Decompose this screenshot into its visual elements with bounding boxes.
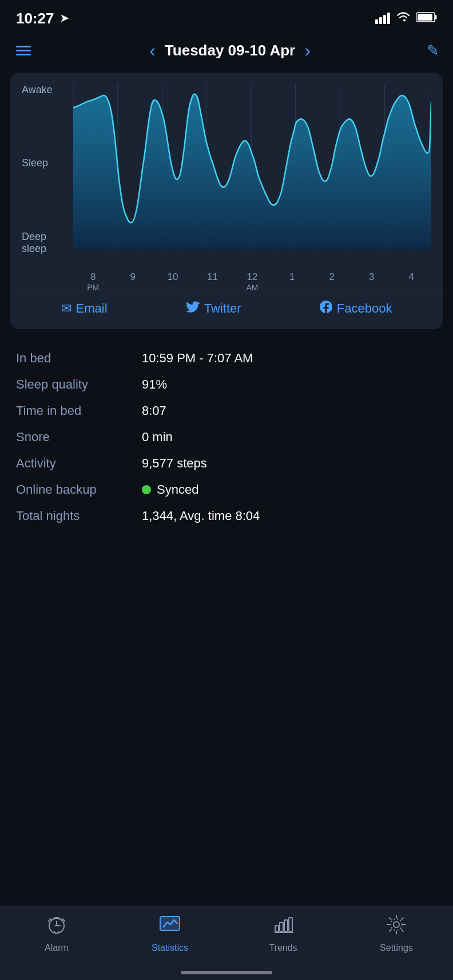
forward-button[interactable]: › — [304, 40, 311, 61]
x-label-11: 11 — [193, 271, 233, 292]
stat-label-quality: Sleep quality — [16, 377, 142, 392]
menu-button[interactable] — [14, 43, 33, 58]
tab-trends[interactable]: Trends — [227, 914, 340, 953]
nav-header: ‹ Tuesday 09-10 Apr › ✎ — [0, 34, 453, 73]
settings-icon — [386, 914, 407, 939]
x-label-2: 2 — [312, 271, 352, 292]
wifi-icon — [396, 11, 411, 26]
share-email-button[interactable]: ✉ Email — [61, 301, 108, 316]
stat-value-snore: 0 min — [142, 430, 173, 445]
page-title: Tuesday 09-10 Apr — [165, 42, 295, 59]
x-label-1: 1 — [272, 271, 312, 292]
twitter-icon — [186, 301, 200, 316]
statistics-icon — [159, 914, 181, 939]
stat-label-backup: Online backup — [16, 482, 142, 497]
stat-value-activity: 9,577 steps — [142, 456, 207, 471]
chart-area: Awake Sleep Deepsleep — [10, 73, 443, 290]
stat-row-inbed: In bed 10:59 PM - 7:07 AM — [16, 345, 437, 371]
svg-point-22 — [394, 922, 399, 927]
battery-icon — [416, 12, 437, 25]
status-bar: 10:27 ➤ — [0, 0, 453, 34]
trends-icon — [273, 914, 293, 939]
svg-rect-2 — [418, 14, 432, 21]
sleep-chart-card: Awake Sleep Deepsleep — [10, 73, 443, 329]
tab-statistics-label: Statistics — [152, 943, 188, 953]
stat-row-backup: Online backup Synced — [16, 477, 437, 503]
twitter-label: Twitter — [204, 301, 241, 316]
share-facebook-button[interactable]: Facebook — [320, 301, 392, 317]
stat-value-timeinbed: 8:07 — [142, 403, 166, 418]
y-label-deep-sleep: Deepsleep — [22, 231, 53, 255]
stat-label-totalnights: Total nights — [16, 509, 142, 523]
stat-label-timeinbed: Time in bed — [16, 403, 142, 418]
stat-value-inbed: 10:59 PM - 7:07 AM — [142, 351, 253, 366]
stat-value-backup: Synced — [142, 482, 198, 497]
y-label-awake: Awake — [22, 84, 53, 96]
stat-row-totalnights: Total nights 1,344, Avg. time 8:04 — [16, 503, 437, 529]
email-label: Email — [76, 301, 108, 316]
svg-rect-20 — [289, 918, 292, 931]
x-label-9: 9 — [113, 271, 153, 292]
signal-icon — [375, 13, 390, 24]
facebook-icon — [320, 301, 332, 317]
stat-row-timeinbed: Time in bed 8:07 — [16, 398, 437, 424]
svg-rect-1 — [435, 15, 437, 19]
status-icons — [375, 11, 437, 26]
tab-alarm[interactable]: Alarm — [0, 914, 113, 953]
tab-settings-label: Settings — [380, 943, 413, 953]
svg-point-23 — [391, 919, 402, 930]
facebook-label: Facebook — [337, 301, 392, 316]
tab-bar: Alarm Statistics Trends — [0, 906, 453, 980]
stat-label-inbed: In bed — [16, 351, 142, 366]
x-label-4: 4 — [392, 271, 432, 292]
home-indicator — [181, 971, 272, 974]
stat-row-snore: Snore 0 min — [16, 424, 437, 450]
tab-settings[interactable]: Settings — [340, 914, 453, 953]
tab-statistics[interactable]: Statistics — [113, 914, 227, 953]
stat-row-activity: Activity 9,577 steps — [16, 450, 437, 477]
svg-rect-18 — [280, 922, 283, 931]
email-icon: ✉ — [61, 301, 71, 316]
tab-trends-label: Trends — [269, 943, 297, 953]
sync-status-text: Synced — [157, 482, 198, 497]
stat-label-activity: Activity — [16, 456, 142, 471]
share-twitter-button[interactable]: Twitter — [186, 301, 241, 316]
stat-row-quality: Sleep quality 91% — [16, 371, 437, 398]
x-label-12: 12 AM — [232, 271, 272, 292]
edit-button[interactable]: ✎ — [427, 42, 439, 59]
status-time: 10:27 ➤ — [16, 10, 69, 27]
tab-alarm-label: Alarm — [45, 943, 69, 953]
svg-rect-17 — [275, 926, 279, 931]
back-button[interactable]: ‹ — [149, 40, 156, 61]
sleep-chart-svg-container — [73, 84, 431, 267]
stat-value-totalnights: 1,344, Avg. time 8:04 — [142, 509, 260, 523]
svg-rect-19 — [284, 920, 288, 931]
x-label-3: 3 — [352, 271, 392, 292]
x-label-10: 10 — [153, 271, 193, 292]
stat-value-quality: 91% — [142, 377, 167, 392]
location-icon: ➤ — [60, 12, 69, 25]
chart-y-labels: Awake Sleep Deepsleep — [22, 84, 53, 255]
y-label-sleep: Sleep — [22, 157, 53, 169]
stat-label-snore: Snore — [16, 430, 142, 445]
stats-table: In bed 10:59 PM - 7:07 AM Sleep quality … — [0, 329, 453, 541]
alarm-icon — [46, 914, 67, 939]
chart-x-axis: 8 PM 9 10 11 12 AM 1 2 3 4 — [73, 267, 431, 297]
x-label-8: 8 PM — [73, 271, 113, 292]
sync-status-dot — [142, 485, 151, 494]
